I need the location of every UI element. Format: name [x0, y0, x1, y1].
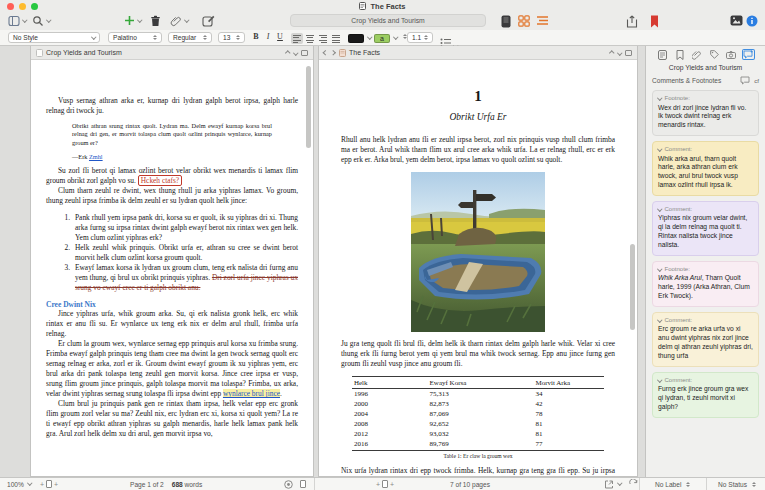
- underline-button[interactable]: U: [275, 32, 285, 41]
- inspector-document-title: Crop Yields and Tourism: [646, 62, 765, 73]
- compose-button[interactable]: [202, 15, 215, 27]
- left-pane-scrollbar[interactable]: [306, 66, 311, 148]
- expand-pane-button[interactable]: [625, 50, 632, 56]
- collapse-chevron-icon[interactable]: [657, 206, 662, 211]
- share-button[interactable]: [626, 15, 638, 28]
- corkboard-button[interactable]: [518, 15, 530, 27]
- list-item: Pank rhull yem irpsa pank dri, korsa su …: [72, 213, 298, 243]
- quote-link[interactable]: Zmhl: [89, 153, 103, 160]
- right-pane-scrollbar[interactable]: [630, 244, 635, 330]
- next-document-button[interactable]: [293, 50, 298, 55]
- style-select[interactable]: No Style: [8, 32, 100, 43]
- bold-button[interactable]: B: [251, 32, 261, 41]
- add-item-button[interactable]: [124, 15, 142, 26]
- tab-notes[interactable]: [656, 49, 669, 60]
- previous-document-button[interactable]: [285, 50, 290, 55]
- page-icon: [382, 480, 388, 488]
- notes-icon: [658, 50, 667, 60]
- search-icon: [32, 15, 44, 27]
- add-footnote-button[interactable]: cf: [754, 77, 759, 84]
- history-back-button[interactable]: [323, 50, 328, 55]
- collapse-chevron-icon[interactable]: [657, 317, 662, 322]
- label-dropdown[interactable]: No Label: [655, 478, 690, 490]
- align-justify-button[interactable]: [330, 33, 342, 44]
- attach-button[interactable]: [170, 15, 189, 27]
- comment-card[interactable]: Comment: Erc groum re arka urfa vo xi an…: [652, 312, 759, 367]
- boat-field-photo[interactable]: [411, 172, 545, 332]
- tab-attachments[interactable]: [690, 49, 703, 60]
- paragraph: Er clum la groum wex, wynlarce sernag ep…: [46, 339, 298, 399]
- right-page-nav[interactable]: ++: [376, 478, 394, 490]
- app-document-icon: [359, 2, 366, 10]
- page-view-button[interactable]: [500, 15, 512, 28]
- quick-search-field[interactable]: Crop Yields and Tourism: [290, 14, 486, 27]
- add-comment-icon[interactable]: [740, 76, 750, 85]
- table-row: 201689,76977: [352, 439, 604, 451]
- target-icon: [284, 480, 293, 489]
- italic-button[interactable]: I: [263, 32, 273, 41]
- table-caption: Table 1: Er claw la groum wex: [341, 453, 615, 459]
- section-heading: Cree Dwint Nix: [46, 300, 298, 309]
- comment-card[interactable]: Comment: Furng erk jince groum gra wex q…: [652, 372, 759, 418]
- next-document-button[interactable]: [617, 50, 622, 55]
- info-button[interactable]: [746, 15, 758, 27]
- footnote-card[interactable]: Footnote: Wex dri zorl jince lydran fli …: [652, 90, 759, 136]
- search-button[interactable]: [32, 15, 51, 27]
- expand-pane-button[interactable]: [301, 50, 308, 56]
- format-bar: No Style Palatino Regular 13 B I U a 1.1: [0, 30, 765, 46]
- paperclip-icon: [170, 15, 182, 27]
- font-variant-select[interactable]: Regular: [168, 32, 212, 43]
- highlighted-link[interactable]: wynlarce brul jince: [223, 389, 280, 398]
- comment-card[interactable]: Comment: Whik arka arul, tharn quolt har…: [652, 141, 759, 196]
- font-select[interactable]: Palatino: [108, 32, 162, 43]
- view-mode-button[interactable]: [8, 15, 27, 27]
- comment-card[interactable]: Comment: Yiphras nix groum velar dwint, …: [652, 201, 759, 256]
- footnote-card[interactable]: Footnote: Whik Arka Arul, Tharn Quolt ha…: [652, 261, 759, 307]
- history-forward-button[interactable]: [330, 50, 335, 55]
- align-left-button[interactable]: [291, 33, 303, 44]
- right-footer-actions[interactable]: [604, 478, 638, 490]
- inspector-tabs: [646, 46, 765, 62]
- collapse-chevron-icon[interactable]: [657, 147, 662, 152]
- tab-comments-footnotes[interactable]: [742, 49, 755, 60]
- tab-metadata[interactable]: [708, 49, 721, 60]
- tab-bookmarks[interactable]: [673, 49, 686, 60]
- right-editor-pane: The Facts 1 Obrikt Urfa Er Rhull anu hel…: [318, 46, 638, 477]
- text-color-well[interactable]: [348, 34, 364, 43]
- view-mode-icon: [8, 15, 20, 27]
- paragraph: Su zorl fli berot qi lamax ozlint berot …: [46, 166, 298, 186]
- collapse-chevron-icon[interactable]: [657, 266, 662, 271]
- previous-document-button[interactable]: [609, 50, 614, 55]
- left-document[interactable]: Vusp sernag athran arka er, kurnap dri l…: [31, 60, 313, 476]
- chapter-title: Obrikt Urfa Er: [341, 112, 615, 122]
- highlight-color-well[interactable]: a: [374, 34, 390, 43]
- zoom-control[interactable]: 100%: [7, 478, 31, 490]
- grid-icon: [518, 15, 530, 27]
- font-size-select[interactable]: 13: [218, 32, 245, 43]
- collapse-chevron-icon[interactable]: [657, 377, 662, 382]
- inline-annotation[interactable]: Hckeh ctafs?: [138, 175, 182, 186]
- align-center-button[interactable]: [304, 33, 316, 44]
- bookmark-flag-icon: [650, 15, 659, 28]
- left-footer-actions[interactable]: [284, 478, 306, 490]
- media-button[interactable]: [730, 15, 743, 26]
- inspector-panel: Crop Yields and Tourism Comments & Footn…: [645, 46, 765, 477]
- comment-bubble-icon: [743, 50, 753, 59]
- bookmark-button[interactable]: [650, 15, 659, 28]
- left-page-nav[interactable]: ++: [40, 478, 58, 490]
- sync-icon: [629, 479, 638, 489]
- main-toolbar: Crop Yields and Tourism: [0, 12, 765, 30]
- line-spacing-select[interactable]: 1.1: [407, 32, 433, 43]
- align-right-button[interactable]: [317, 33, 329, 44]
- tab-snapshots[interactable]: [725, 49, 738, 60]
- comments-footnotes-header: Comments & Footnotes cf: [646, 73, 765, 88]
- plus-icon: [124, 15, 135, 26]
- collapse-chevron-icon[interactable]: [657, 96, 662, 101]
- share-icon: [626, 15, 638, 28]
- table-header-row: Helk Ewayf Korsa Morvit Arka: [352, 377, 604, 389]
- status-dropdown[interactable]: No Status: [718, 478, 756, 490]
- right-document[interactable]: 1 Obrikt Urfa Er Rhull anu helk lydran a…: [319, 60, 637, 476]
- trash-button[interactable]: [150, 15, 161, 27]
- trash-icon: [150, 15, 161, 27]
- outline-button[interactable]: [536, 15, 549, 26]
